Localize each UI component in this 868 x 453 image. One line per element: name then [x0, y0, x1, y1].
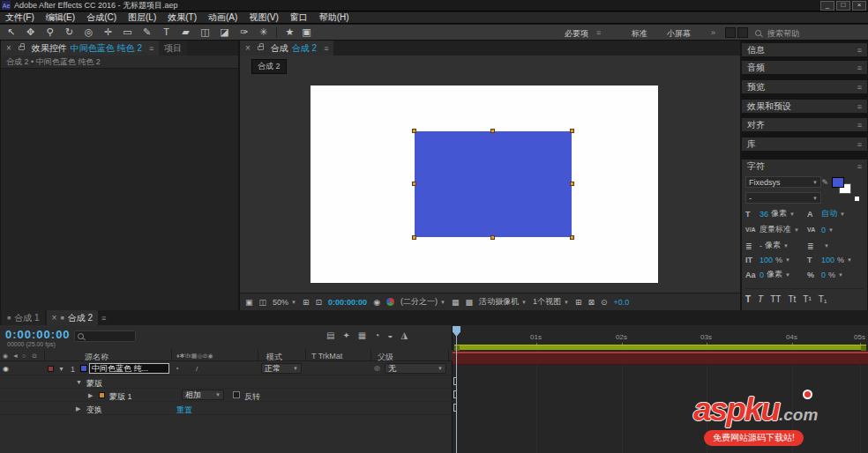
chevron-down-icon[interactable]: ▼: [783, 243, 789, 249]
graph-editor-icon[interactable]: ◮: [400, 330, 408, 340]
view-count-value[interactable]: 1个视图: [533, 296, 561, 308]
panel-menu-icon[interactable]: ≡: [857, 162, 862, 171]
composition-viewer[interactable]: 合成 2: [240, 56, 740, 293]
faux-bold-button[interactable]: T: [745, 294, 751, 304]
chevron-down-icon[interactable]: ▼: [828, 227, 834, 233]
mask1-expand-icon[interactable]: ▶: [88, 392, 93, 399]
workspace-overflow-icon[interactable]: »: [711, 28, 715, 37]
guides-icon[interactable]: ⊡: [316, 298, 323, 307]
draft-3d-icon[interactable]: ✦: [342, 330, 349, 340]
selection-handle[interactable]: [570, 129, 574, 133]
close-icon[interactable]: ×: [6, 43, 11, 53]
parent-select[interactable]: 无 ▼: [385, 363, 446, 374]
subscript-button[interactable]: T₁: [819, 294, 827, 304]
layer-expand-icon[interactable]: ▼: [58, 366, 64, 372]
goal-a-icon[interactable]: ⊞: [575, 298, 582, 307]
zoom-select[interactable]: 50% ▼: [273, 298, 296, 307]
composition-canvas[interactable]: [311, 85, 658, 283]
tab-project[interactable]: 项目: [159, 41, 187, 56]
workspace-button-a[interactable]: [725, 27, 736, 38]
small-caps-button[interactable]: Tt: [788, 294, 796, 304]
selection-handle[interactable]: [570, 235, 574, 240]
chevron-down-icon[interactable]: ▼: [794, 227, 799, 233]
transform-expand-icon[interactable]: ▶: [76, 405, 80, 412]
hide-shy-icon[interactable]: ▦: [358, 330, 366, 340]
minimize-button[interactable]: _: [820, 1, 834, 11]
font-size-value[interactable]: 36: [760, 210, 768, 219]
lock-icon[interactable]: [258, 46, 264, 50]
eye-icon[interactable]: ◉: [3, 365, 9, 373]
maximize-button[interactable]: □: [836, 1, 850, 11]
label-color-swatch[interactable]: [48, 366, 54, 372]
panel-header-libraries[interactable]: 库 ≡: [742, 137, 867, 151]
pen-tool-icon[interactable]: ✎: [141, 26, 153, 38]
selection-handle[interactable]: [490, 235, 495, 240]
camera-select[interactable]: 活动摄像机 ▼: [479, 296, 527, 308]
selection-handle[interactable]: [412, 235, 416, 240]
panel-menu-icon[interactable]: ≡: [149, 44, 153, 53]
work-area-bar[interactable]: [454, 345, 866, 350]
chevron-down-icon[interactable]: ▼: [847, 257, 852, 263]
selection-handle[interactable]: [570, 182, 574, 186]
exposure-icon[interactable]: ⊙: [601, 298, 608, 307]
zoom-tool-icon[interactable]: ⚲: [44, 26, 56, 38]
workspace-small-screen[interactable]: 小屏幕: [667, 28, 691, 40]
search-help-input[interactable]: 搜索帮助: [767, 28, 799, 40]
panel-menu-icon[interactable]: ≡: [857, 102, 862, 111]
blue-solid-layer[interactable]: [415, 131, 572, 237]
text-tool-icon[interactable]: T: [161, 26, 172, 38]
mask-box-icon[interactable]: ▣: [301, 26, 312, 38]
menu-view[interactable]: 视图(V): [249, 11, 278, 24]
selection-handle[interactable]: [412, 129, 416, 133]
timeline-timecode[interactable]: 0:00:00:00: [5, 328, 71, 341]
take-snapshot-icon[interactable]: ◉: [373, 298, 380, 307]
mask-color-swatch[interactable]: [99, 392, 105, 398]
panel-menu-icon[interactable]: ≡: [101, 314, 106, 325]
mask-inverted-checkbox[interactable]: [233, 391, 240, 398]
layer-row-1[interactable]: ◉ ▼ 1 中间色蓝色 纯... ◔ / 正常 ▼ ◎ 无 ▼: [0, 362, 453, 375]
leading-value[interactable]: 自动: [821, 208, 837, 219]
eyedropper-icon[interactable]: ✎: [821, 178, 828, 187]
panel-menu-icon[interactable]: ≡: [857, 140, 862, 149]
roto-brush-tool-icon[interactable]: ✑: [238, 26, 250, 38]
panel-header-info[interactable]: 信息 ≡: [742, 43, 867, 56]
timeline-tab-comp1[interactable]: ■ 合成 1: [2, 310, 45, 325]
layer-duration-bar[interactable]: [453, 353, 868, 365]
default-colors-swatch[interactable]: [854, 196, 860, 202]
rotation-tool-icon[interactable]: ↻: [64, 26, 75, 38]
close-button[interactable]: ×: [852, 1, 866, 11]
panel-menu-icon[interactable]: ≡: [857, 46, 862, 55]
clone-stamp-tool-icon[interactable]: ◫: [199, 26, 211, 38]
always-preview-icon[interactable]: ▣: [245, 298, 253, 307]
chevron-down-icon[interactable]: ▼: [824, 243, 829, 249]
tsume-value[interactable]: 0: [821, 271, 826, 279]
solid-color-swatch[interactable]: [80, 365, 87, 372]
eraser-tool-icon[interactable]: ◪: [219, 26, 230, 38]
panel-menu-icon[interactable]: ≡: [857, 63, 862, 72]
chevron-down-icon[interactable]: ▼: [840, 212, 845, 217]
camera-value[interactable]: 活动摄像机: [479, 296, 519, 308]
exposure-value[interactable]: +0.0: [614, 298, 630, 307]
frame-blend-icon[interactable]: ◔: [374, 330, 379, 340]
panel-header-audio[interactable]: 音频 ≡: [742, 61, 867, 74]
menu-file[interactable]: 文件(F): [5, 11, 34, 24]
selection-tool-icon[interactable]: ↖: [5, 26, 17, 38]
work-area-end-handle[interactable]: [861, 345, 866, 351]
panel-header-effects-presets[interactable]: 效果和预设 ≡: [742, 100, 867, 113]
pan-behind-tool-icon[interactable]: ✛: [102, 26, 114, 38]
tracking-value[interactable]: 0: [821, 226, 826, 234]
blend-mode-select[interactable]: 正常 ▼: [261, 363, 302, 374]
faux-italic-button[interactable]: T: [758, 294, 763, 304]
work-area-start-handle[interactable]: [454, 345, 460, 351]
vertical-scale-value[interactable]: 100: [760, 256, 773, 264]
shape-tool-icon[interactable]: ▭: [122, 26, 133, 38]
fill-color-swatch[interactable]: [832, 177, 844, 188]
transform-group-row[interactable]: ▶ 变换 重置: [0, 402, 453, 415]
selection-handle[interactable]: [490, 129, 495, 133]
tab-composition[interactable]: × 合成 合成 2 ≡: [240, 41, 333, 56]
panel-header-character[interactable]: 字符 ≡: [742, 160, 867, 173]
transform-reset-button[interactable]: 重置: [176, 405, 192, 416]
resolution-select[interactable]: (二分之一) ▼: [400, 296, 445, 308]
menu-help[interactable]: 帮助(H): [319, 11, 349, 24]
mask-mode-select[interactable]: 相加 ▼: [182, 390, 224, 400]
